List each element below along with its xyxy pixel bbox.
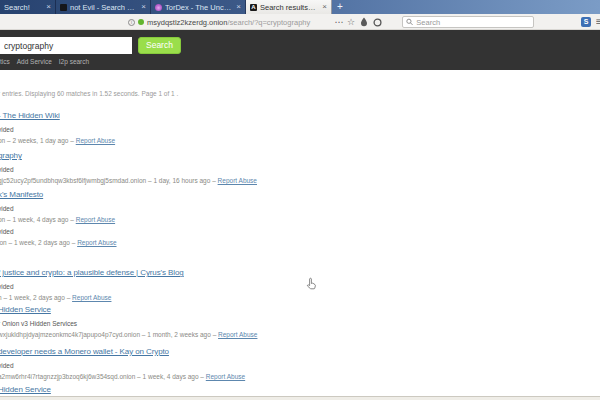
report-abuse-link[interactable]: Report Abuse (218, 331, 257, 338)
result-address-age: on – 1 week, 4 days ago – (0, 216, 76, 223)
result-description: vided (0, 165, 558, 174)
url-bar[interactable]: i msydqstlz2kzerdg.onion/search/?q=crypt… (128, 16, 328, 28)
result-meta: ion – 1 week, 2 days ago – Report Abuse (0, 238, 558, 247)
tab-close-icon[interactable]: × (234, 3, 241, 11)
tordex-favicon-icon (155, 4, 162, 11)
result-address-age: wxjukldhpjdyajmzeonkmc4k7japupo4p7cyd.on… (0, 331, 218, 338)
results-summary: r entries. Displaying 60 matches in 1.52… (0, 90, 178, 97)
result-meta: wxjukldhpjdyajmzeonkmc4k7japupo4p7cyd.on… (0, 330, 558, 339)
report-abuse-link[interactable]: Report Abuse (206, 373, 245, 380)
noscript-button-icon[interactable]: S (581, 17, 591, 27)
tab-label: not Evil - Search Tor (70, 3, 136, 12)
result-title-link[interactable]: k's Manifesto (0, 189, 558, 201)
result-address-age: gjc52ucy2pf5undbhqw3kbsf6lfjwmbgj5smdad.… (0, 177, 218, 184)
report-abuse-link[interactable]: Report Abuse (76, 137, 115, 144)
site-header: Search tics Add Service I2p search (0, 30, 600, 70)
result-address-age: n – 1 week, 2 days ago – (0, 294, 72, 301)
search-result: graphy vided gjc52ucy2pf5undbhqw3kbsf6lf… (0, 150, 558, 185)
result-meta: on – 2 weeks, 1 day ago – Report Abuse (0, 136, 558, 145)
result-address-age: on – 2 weeks, 1 day ago – (0, 137, 76, 144)
horizontal-scrollbar[interactable] (0, 396, 600, 400)
result-title-link[interactable]: Hidden Service (0, 384, 558, 396)
result-description: vided (0, 125, 558, 134)
tab-search[interactable]: Search! × (0, 0, 56, 14)
report-abuse-link[interactable]: Report Abuse (76, 216, 115, 223)
report-abuse-link[interactable]: Report Abuse (72, 294, 111, 301)
result-title-link[interactable]: f justice and crypto: a plausible defens… (0, 267, 558, 279)
toolbar-search-input[interactable] (416, 18, 530, 27)
result-title-link[interactable]: Hidden Service (0, 304, 558, 316)
toolbar-search-box[interactable] (402, 16, 534, 28)
search-result: Hidden Service r Onion v3 Hidden Service… (0, 304, 558, 339)
hamburger-menu-icon[interactable]: ≡ (596, 16, 600, 28)
site-search-input[interactable] (0, 37, 132, 54)
result-meta: a2mw6rhr4i7rtagnzzjp3bzoq6kj6w354sqd.oni… (0, 372, 558, 381)
search-result: vided ion – 1 week, 2 days ago – Report … (0, 224, 558, 247)
tab-close-icon[interactable]: × (44, 3, 51, 11)
onion-circuit-icon[interactable] (138, 19, 144, 25)
result-address-age: a2mw6rhr4i7rtagnzzjp3bzoq6kj6w354sqd.oni… (0, 373, 206, 380)
result-meta: n – 1 week, 2 days ago – Report Abuse (0, 293, 558, 302)
tab-close-icon[interactable]: × (320, 3, 327, 11)
result-description: vided (0, 227, 558, 236)
site-info-icon[interactable]: i (128, 19, 135, 26)
search-result: f justice and crypto: a plausible defens… (0, 267, 558, 302)
search-icon (406, 18, 413, 26)
browser-window: Search! × not Evil - Search Tor × TorDex… (0, 0, 600, 400)
result-description: vided (0, 282, 558, 291)
result-meta: gjc52ucy2pf5undbhqw3kbsf6lfjwmbgj5smdad.… (0, 176, 558, 185)
result-description: vided (0, 361, 558, 370)
url-domain: msydqstlz2kzerdg.onion (147, 18, 227, 27)
new-tab-button[interactable]: + (332, 0, 348, 14)
result-description: r Onion v3 Hidden Services (0, 319, 558, 328)
tab-tordex[interactable]: TorDex - The Uncensored Tor Se × (151, 0, 246, 14)
noscript-circle-icon[interactable] (372, 15, 382, 29)
search-result: developer needs a Monero wallet - Kay on… (0, 346, 558, 381)
tab-bar: Search! × not Evil - Search Tor × TorDex… (0, 0, 600, 14)
ahmia-favicon-icon: A (250, 4, 257, 11)
nav-item-i2p-search[interactable]: I2p search (59, 58, 89, 65)
result-title-link[interactable]: developer needs a Monero wallet - Kay on… (0, 346, 558, 358)
tab-label: TorDex - The Uncensored Tor Se (165, 3, 231, 12)
result-title-link[interactable]: graphy (0, 150, 558, 162)
navigation-toolbar: i msydqstlz2kzerdg.onion/search/?q=crypt… (0, 14, 600, 30)
mouse-cursor-icon (306, 277, 318, 291)
notevil-favicon-icon (60, 4, 67, 11)
tab-label: Search! (4, 3, 41, 12)
page-actions-icon[interactable]: ⋯ (334, 15, 344, 29)
search-result: - The Hidden Wiki vided on – 2 weeks, 1 … (0, 110, 558, 145)
tab-ahmia-active[interactable]: A Search results for cryptography × (246, 0, 332, 14)
url-text[interactable]: msydqstlz2kzerdg.onion/search/?q=cryptog… (147, 18, 310, 27)
nav-item-add-service[interactable]: Add Service (17, 58, 52, 65)
bookmark-star-icon[interactable]: ☆ (346, 15, 356, 29)
result-title-link[interactable]: - The Hidden Wiki (0, 110, 558, 122)
search-result: k's Manifesto vided on – 1 week, 4 days … (0, 189, 558, 224)
site-nav: tics Add Service I2p search (0, 58, 89, 65)
result-description: vided (0, 204, 558, 213)
nav-item-statistics[interactable]: tics (0, 58, 10, 65)
report-abuse-link[interactable]: Report Abuse (77, 239, 116, 246)
tab-close-icon[interactable]: × (139, 3, 146, 11)
tab-label: Search results for cryptography (260, 3, 317, 12)
result-meta: on – 1 week, 4 days ago – Report Abuse (0, 215, 558, 224)
result-address-age: ion – 1 week, 2 days ago – (0, 239, 77, 246)
site-search-button[interactable]: Search (138, 37, 181, 54)
url-path: /search/?q=cryptography (227, 18, 310, 27)
torbutton-icon[interactable] (359, 15, 369, 29)
report-abuse-link[interactable]: Report Abuse (218, 177, 257, 184)
tab-notevil[interactable]: not Evil - Search Tor × (56, 0, 151, 14)
